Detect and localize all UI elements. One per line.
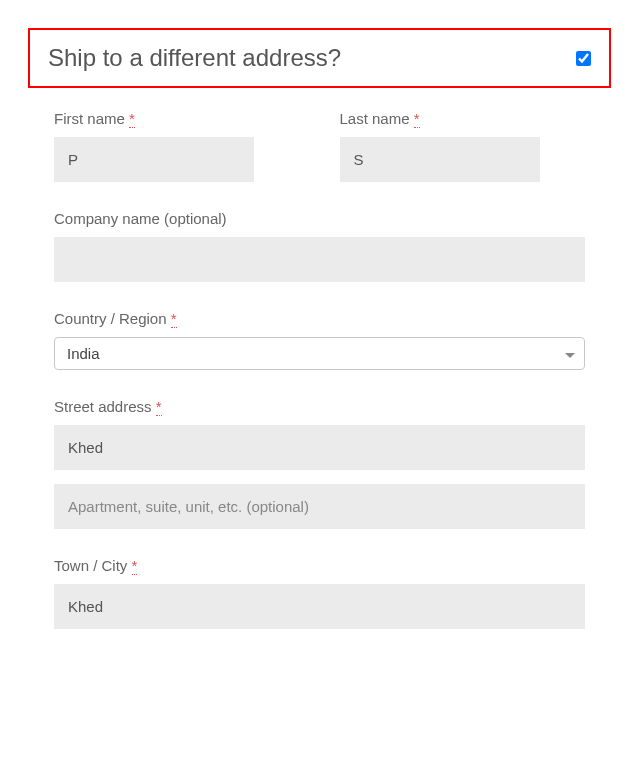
last-name-label-text: Last name [340,110,410,127]
city-label-text: Town / City [54,557,127,574]
company-input[interactable] [54,237,585,282]
first-name-label: First name * [54,110,300,127]
company-group: Company name (optional) [54,210,585,282]
header-title: Ship to a different address? [48,44,341,72]
required-asterisk: * [156,398,162,416]
required-asterisk: * [171,310,177,328]
required-asterisk: * [129,110,135,128]
country-select-wrapper: India [54,337,585,370]
country-label: Country / Region * [54,310,585,327]
first-name-group: First name * [54,110,300,182]
required-asterisk: * [132,557,138,575]
country-group: Country / Region * India [54,310,585,370]
last-name-label: Last name * [340,110,586,127]
last-name-input[interactable] [340,137,540,182]
city-input[interactable] [54,584,585,629]
first-name-input[interactable] [54,137,254,182]
ship-different-checkbox[interactable] [576,51,591,66]
country-select[interactable]: India [54,337,585,370]
required-asterisk: * [414,110,420,128]
street-address-input[interactable] [54,425,585,470]
country-label-text: Country / Region [54,310,167,327]
street-label: Street address * [54,398,585,415]
street-group: Street address * [54,398,585,529]
street-label-text: Street address [54,398,152,415]
street-address-2-input[interactable] [54,484,585,529]
company-label: Company name (optional) [54,210,585,227]
city-group: Town / City * [54,557,585,629]
last-name-group: Last name * [340,110,586,182]
first-name-label-text: First name [54,110,125,127]
ship-different-address-header[interactable]: Ship to a different address? [28,28,611,88]
city-label: Town / City * [54,557,585,574]
